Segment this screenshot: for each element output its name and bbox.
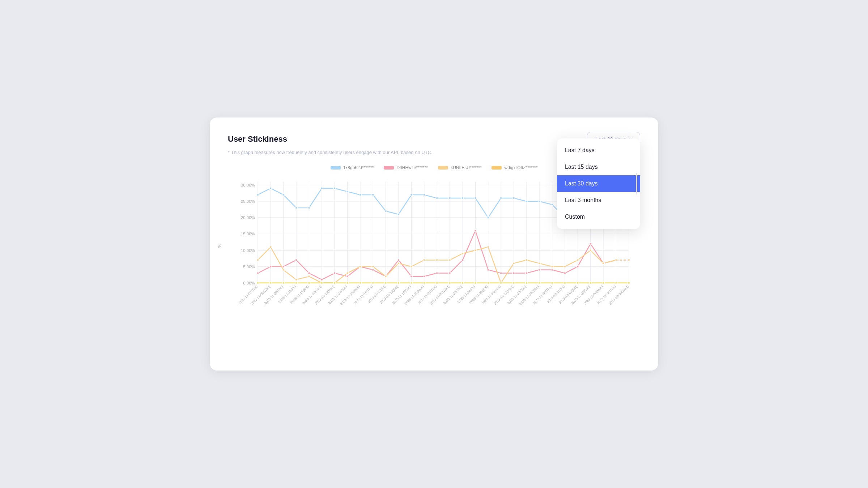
svg-point-181	[436, 282, 438, 284]
svg-point-148	[397, 262, 400, 264]
svg-point-81	[333, 187, 336, 189]
svg-point-178	[397, 282, 400, 284]
page-wrapper: User Stickiness Last 30 days ∨ * This gr…	[0, 0, 868, 488]
svg-text:30.00%: 30.00%	[241, 183, 255, 187]
legend-item-user1: 1x8gb62J*******	[331, 165, 374, 170]
svg-point-193	[590, 282, 592, 284]
svg-point-192	[576, 282, 579, 284]
svg-point-92	[474, 197, 476, 199]
svg-point-175	[359, 282, 361, 284]
svg-point-119	[423, 275, 425, 277]
svg-point-141	[308, 275, 310, 277]
svg-point-97	[538, 200, 540, 202]
svg-point-85	[385, 210, 387, 212]
svg-point-185	[487, 282, 489, 284]
svg-point-152	[448, 259, 451, 261]
svg-point-115	[372, 269, 374, 271]
svg-point-78	[295, 207, 297, 209]
card-title: User Stickiness	[228, 134, 287, 144]
svg-point-76	[269, 187, 272, 189]
svg-point-110	[308, 272, 310, 274]
svg-point-111	[321, 279, 323, 281]
svg-point-88	[423, 194, 425, 196]
svg-point-179	[410, 282, 412, 284]
svg-point-184	[474, 282, 476, 284]
svg-point-191	[564, 282, 566, 284]
svg-point-165	[615, 259, 617, 261]
svg-point-196	[628, 282, 630, 284]
svg-point-189	[538, 282, 540, 284]
svg-point-190	[551, 282, 553, 284]
dropdown-item-4[interactable]: Custom	[557, 209, 640, 225]
svg-point-94	[500, 197, 502, 199]
svg-point-82	[346, 191, 348, 193]
svg-point-91	[461, 197, 464, 199]
svg-point-168	[269, 282, 272, 284]
svg-point-126	[512, 272, 515, 274]
dropdown-item-1[interactable]: Last 15 days	[557, 159, 640, 175]
legend-swatch-user2	[384, 166, 394, 170]
svg-point-79	[308, 207, 310, 209]
svg-point-117	[397, 259, 400, 261]
legend-item-user3: kUNIfEsU*******	[438, 165, 481, 170]
svg-point-118	[410, 275, 412, 277]
svg-point-127	[526, 272, 528, 274]
svg-point-154	[474, 249, 476, 251]
svg-point-112	[333, 272, 336, 274]
svg-point-182	[448, 282, 451, 284]
legend-item-user4: wdqpTO6Z*******	[492, 165, 537, 170]
legend-item-user2: DftHHwTe*******	[384, 165, 428, 170]
svg-point-109	[295, 259, 297, 261]
svg-point-176	[372, 282, 374, 284]
svg-point-144	[346, 272, 348, 274]
svg-point-174	[346, 282, 348, 284]
dropdown-scrollbar	[636, 173, 637, 194]
svg-point-125	[500, 272, 502, 274]
dropdown-item-2[interactable]: Last 30 days	[557, 175, 640, 192]
svg-text:10.00%: 10.00%	[241, 248, 255, 253]
svg-point-171	[308, 282, 310, 284]
svg-point-130	[564, 272, 566, 274]
svg-point-180	[423, 282, 425, 284]
svg-point-86	[397, 213, 400, 215]
svg-text:15.00%: 15.00%	[241, 232, 255, 236]
svg-point-123	[474, 230, 476, 232]
svg-text:5.00%: 5.00%	[243, 265, 255, 269]
svg-point-151	[436, 259, 438, 261]
svg-text:0.00%: 0.00%	[243, 281, 255, 285]
period-dropdown: Last 7 daysLast 15 daysLast 30 daysLast …	[557, 138, 640, 229]
main-card: User Stickiness Last 30 days ∨ * This gr…	[210, 117, 658, 371]
legend-swatch-user1	[331, 166, 341, 170]
svg-point-132	[590, 243, 592, 245]
svg-point-108	[282, 265, 285, 267]
svg-point-128	[538, 269, 540, 271]
dropdown-item-3[interactable]: Last 3 months	[557, 192, 640, 209]
dropdown-item-0[interactable]: Last 7 days	[557, 142, 640, 159]
legend-label-user3: kUNIfEsU*******	[451, 165, 481, 170]
svg-point-162	[576, 259, 579, 261]
svg-point-113	[346, 275, 348, 277]
svg-text:25.00%: 25.00%	[241, 199, 255, 204]
svg-point-96	[526, 200, 528, 202]
svg-point-159	[538, 262, 540, 264]
svg-point-170	[295, 282, 297, 284]
svg-point-149	[410, 265, 412, 267]
legend-label-user4: wdqpTO6Z*******	[504, 165, 537, 170]
svg-point-121	[448, 272, 451, 274]
svg-point-131	[576, 265, 579, 267]
svg-point-164	[602, 262, 604, 264]
svg-point-158	[526, 259, 528, 261]
svg-point-83	[359, 194, 361, 196]
svg-point-120	[436, 272, 438, 274]
svg-point-163	[590, 249, 592, 251]
svg-point-137	[257, 259, 259, 261]
svg-point-75	[257, 194, 259, 196]
svg-point-177	[385, 282, 387, 284]
svg-point-150	[423, 259, 425, 261]
y-axis-label: %	[217, 243, 222, 248]
svg-point-90	[448, 197, 451, 199]
svg-point-186	[500, 282, 502, 284]
legend-label-user2: DftHHwTe*******	[396, 165, 428, 170]
svg-point-122	[461, 259, 464, 261]
svg-point-107	[269, 265, 272, 267]
